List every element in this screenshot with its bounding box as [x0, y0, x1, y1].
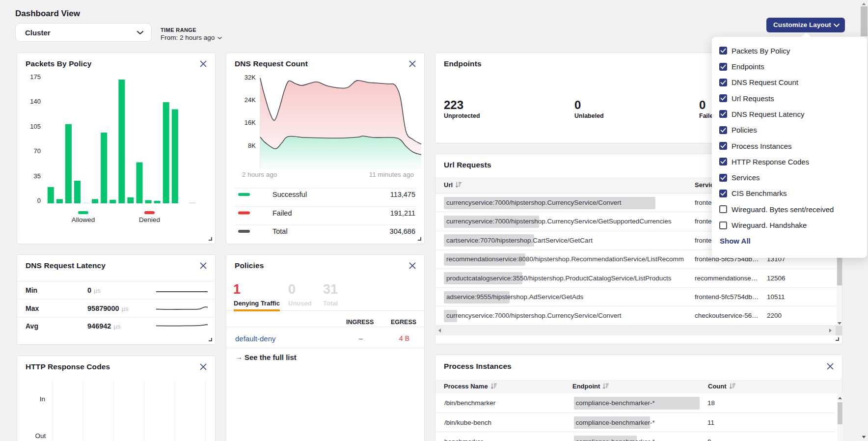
svg-text:0: 0 [37, 197, 41, 204]
svg-text:Allowed: Allowed [72, 216, 95, 223]
svg-text:16K: 16K [244, 119, 256, 126]
svg-text:32K: 32K [244, 74, 256, 81]
svg-text:24K: 24K [244, 96, 256, 104]
svg-text:191,211: 191,211 [390, 209, 415, 217]
svg-text:In: In [40, 395, 45, 403]
svg-text:304,686: 304,686 [390, 227, 415, 235]
svg-text:140: 140 [30, 98, 41, 105]
svg-text:175: 175 [30, 73, 41, 81]
svg-text:105: 105 [30, 123, 41, 130]
svg-text:2 hours ago: 2 hours ago [242, 171, 277, 178]
svg-text:Max: Max [26, 304, 39, 312]
svg-text:Min: Min [26, 286, 37, 294]
svg-text:0µs: 0µs [87, 286, 101, 294]
svg-text:11 minutes ago: 11 minutes ago [369, 171, 414, 178]
svg-text:Avg: Avg [26, 322, 38, 330]
svg-text:70: 70 [34, 147, 41, 155]
svg-text:Successful: Successful [272, 191, 307, 198]
svg-text:35: 35 [34, 172, 41, 180]
svg-text:95879000µs: 95879000µs [87, 304, 129, 312]
svg-text:113,475: 113,475 [390, 191, 415, 198]
svg-text:946942µs: 946942µs [87, 322, 121, 330]
svg-text:Total: Total [272, 227, 288, 235]
svg-text:Out: Out [35, 432, 46, 440]
svg-text:8K: 8K [248, 142, 256, 149]
svg-text:Denied: Denied [139, 216, 160, 223]
svg-text:Failed: Failed [272, 209, 292, 217]
